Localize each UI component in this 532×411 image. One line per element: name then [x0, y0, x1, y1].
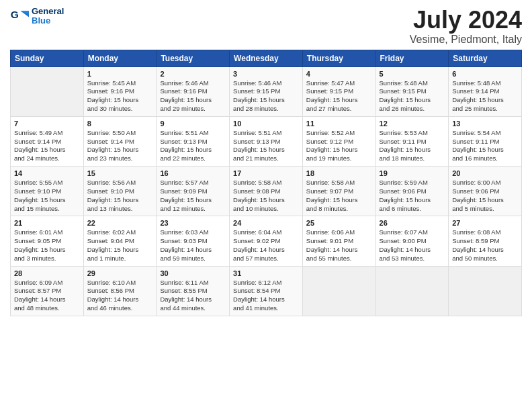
- weekday-header-sunday: Sunday: [11, 50, 84, 66]
- calendar-cell: 25Sunrise: 6:06 AM Sunset: 9:01 PM Dayli…: [302, 216, 375, 266]
- day-info: Sunrise: 5:45 AM Sunset: 9:16 PM Dayligh…: [87, 79, 153, 113]
- calendar-cell: [375, 266, 449, 316]
- header: G General Blue July 2024 Vesime, Piedmon…: [10, 7, 522, 46]
- calendar-cell: 23Sunrise: 6:03 AM Sunset: 9:03 PM Dayli…: [157, 216, 230, 266]
- calendar-week-1: 1Sunrise: 5:45 AM Sunset: 9:16 PM Daylig…: [11, 66, 522, 116]
- day-number: 12: [380, 120, 445, 128]
- day-info: Sunrise: 5:51 AM Sunset: 9:13 PM Dayligh…: [160, 129, 226, 163]
- day-info: Sunrise: 5:46 AM Sunset: 9:16 PM Dayligh…: [160, 79, 226, 113]
- day-info: Sunrise: 6:00 AM Sunset: 9:06 PM Dayligh…: [452, 179, 518, 213]
- day-number: 22: [87, 219, 153, 227]
- calendar-cell: [11, 66, 84, 116]
- calendar-cell: 26Sunrise: 6:07 AM Sunset: 9:00 PM Dayli…: [375, 216, 449, 266]
- calendar-cell: 28Sunrise: 6:09 AM Sunset: 8:57 PM Dayli…: [11, 266, 84, 316]
- weekday-header-tuesday: Tuesday: [157, 50, 230, 66]
- weekday-header-row: SundayMondayTuesdayWednesdayThursdayFrid…: [11, 50, 522, 66]
- logo-text: General Blue: [32, 7, 64, 26]
- day-number: 19: [380, 169, 445, 177]
- calendar-cell: 2Sunrise: 5:46 AM Sunset: 9:16 PM Daylig…: [157, 66, 230, 116]
- day-number: 30: [160, 269, 226, 277]
- day-info: Sunrise: 5:52 AM Sunset: 9:12 PM Dayligh…: [306, 129, 372, 163]
- day-number: 24: [233, 219, 299, 227]
- day-info: Sunrise: 6:01 AM Sunset: 9:05 PM Dayligh…: [14, 228, 80, 263]
- day-number: 21: [14, 219, 80, 227]
- calendar-cell: 6Sunrise: 5:48 AM Sunset: 9:14 PM Daylig…: [449, 66, 522, 116]
- day-number: 2: [160, 70, 226, 78]
- calendar-body: 1Sunrise: 5:45 AM Sunset: 9:16 PM Daylig…: [11, 66, 522, 316]
- calendar-cell: [302, 266, 375, 316]
- calendar-cell: 5Sunrise: 5:48 AM Sunset: 9:15 PM Daylig…: [375, 66, 449, 116]
- calendar-cell: 18Sunrise: 5:58 AM Sunset: 9:07 PM Dayli…: [302, 167, 375, 216]
- calendar-table: SundayMondayTuesdayWednesdayThursdayFrid…: [10, 50, 522, 316]
- day-info: Sunrise: 6:03 AM Sunset: 9:03 PM Dayligh…: [160, 228, 226, 263]
- calendar-cell: 3Sunrise: 5:46 AM Sunset: 9:15 PM Daylig…: [230, 66, 303, 116]
- calendar-cell: 14Sunrise: 5:55 AM Sunset: 9:10 PM Dayli…: [11, 167, 84, 216]
- day-number: 13: [452, 120, 518, 128]
- day-number: 25: [306, 219, 372, 227]
- calendar-cell: 9Sunrise: 5:51 AM Sunset: 9:13 PM Daylig…: [157, 116, 230, 166]
- day-number: 9: [160, 120, 226, 128]
- calendar-cell: 1Sunrise: 5:45 AM Sunset: 9:16 PM Daylig…: [83, 66, 157, 116]
- day-info: Sunrise: 5:50 AM Sunset: 9:14 PM Dayligh…: [87, 129, 153, 163]
- day-number: 5: [380, 70, 445, 78]
- day-number: 16: [160, 169, 226, 177]
- calendar-subtitle: Vesime, Piedmont, Italy: [410, 34, 522, 46]
- day-info: Sunrise: 5:57 AM Sunset: 9:09 PM Dayligh…: [160, 179, 226, 213]
- calendar-cell: 7Sunrise: 5:49 AM Sunset: 9:14 PM Daylig…: [11, 116, 84, 166]
- day-info: Sunrise: 5:47 AM Sunset: 9:15 PM Dayligh…: [306, 79, 372, 113]
- day-info: Sunrise: 6:02 AM Sunset: 9:04 PM Dayligh…: [87, 228, 153, 263]
- day-number: 28: [14, 269, 80, 277]
- calendar-cell: 27Sunrise: 6:08 AM Sunset: 8:59 PM Dayli…: [449, 216, 522, 266]
- calendar-week-4: 21Sunrise: 6:01 AM Sunset: 9:05 PM Dayli…: [11, 216, 522, 266]
- day-info: Sunrise: 6:12 AM Sunset: 8:54 PM Dayligh…: [233, 279, 299, 313]
- weekday-header-saturday: Saturday: [449, 50, 522, 66]
- calendar-title: July 2024: [410, 7, 522, 34]
- calendar-cell: 24Sunrise: 6:04 AM Sunset: 9:02 PM Dayli…: [230, 216, 303, 266]
- day-info: Sunrise: 6:06 AM Sunset: 9:01 PM Dayligh…: [306, 228, 372, 263]
- calendar-cell: 17Sunrise: 5:58 AM Sunset: 9:08 PM Dayli…: [230, 167, 303, 216]
- weekday-header-monday: Monday: [83, 50, 157, 66]
- day-info: Sunrise: 6:09 AM Sunset: 8:57 PM Dayligh…: [14, 279, 80, 313]
- calendar-cell: [449, 266, 522, 316]
- calendar-cell: 11Sunrise: 5:52 AM Sunset: 9:12 PM Dayli…: [302, 116, 375, 166]
- weekday-header-thursday: Thursday: [302, 50, 375, 66]
- calendar-week-2: 7Sunrise: 5:49 AM Sunset: 9:14 PM Daylig…: [11, 116, 522, 166]
- logo-icon: G: [10, 7, 29, 26]
- day-number: 17: [233, 169, 299, 177]
- day-info: Sunrise: 6:10 AM Sunset: 8:56 PM Dayligh…: [87, 279, 153, 313]
- day-info: Sunrise: 5:56 AM Sunset: 9:10 PM Dayligh…: [87, 179, 153, 213]
- calendar-cell: 29Sunrise: 6:10 AM Sunset: 8:56 PM Dayli…: [83, 266, 157, 316]
- day-info: Sunrise: 5:51 AM Sunset: 9:13 PM Dayligh…: [233, 129, 299, 163]
- day-number: 31: [233, 269, 299, 277]
- calendar-cell: 4Sunrise: 5:47 AM Sunset: 9:15 PM Daylig…: [302, 66, 375, 116]
- day-info: Sunrise: 5:59 AM Sunset: 9:06 PM Dayligh…: [380, 179, 445, 213]
- day-info: Sunrise: 5:58 AM Sunset: 9:07 PM Dayligh…: [306, 179, 372, 213]
- day-info: Sunrise: 5:49 AM Sunset: 9:14 PM Dayligh…: [14, 129, 80, 163]
- day-info: Sunrise: 5:46 AM Sunset: 9:15 PM Dayligh…: [233, 79, 299, 113]
- calendar-header: SundayMondayTuesdayWednesdayThursdayFrid…: [11, 50, 522, 66]
- day-info: Sunrise: 6:11 AM Sunset: 8:55 PM Dayligh…: [160, 279, 226, 313]
- calendar-cell: 8Sunrise: 5:50 AM Sunset: 9:14 PM Daylig…: [83, 116, 157, 166]
- calendar-week-5: 28Sunrise: 6:09 AM Sunset: 8:57 PM Dayli…: [11, 266, 522, 316]
- day-number: 1: [87, 70, 153, 78]
- day-info: Sunrise: 6:04 AM Sunset: 9:02 PM Dayligh…: [233, 228, 299, 263]
- day-number: 10: [233, 120, 299, 128]
- day-number: 8: [87, 120, 153, 128]
- calendar-cell: 12Sunrise: 5:53 AM Sunset: 9:11 PM Dayli…: [375, 116, 449, 166]
- calendar-cell: 21Sunrise: 6:01 AM Sunset: 9:05 PM Dayli…: [11, 216, 84, 266]
- day-info: Sunrise: 5:48 AM Sunset: 9:15 PM Dayligh…: [380, 79, 445, 113]
- day-info: Sunrise: 5:55 AM Sunset: 9:10 PM Dayligh…: [14, 179, 80, 213]
- day-info: Sunrise: 6:08 AM Sunset: 8:59 PM Dayligh…: [452, 228, 518, 263]
- day-info: Sunrise: 5:58 AM Sunset: 9:08 PM Dayligh…: [233, 179, 299, 213]
- calendar-week-3: 14Sunrise: 5:55 AM Sunset: 9:10 PM Dayli…: [11, 167, 522, 216]
- logo: G General Blue: [10, 7, 64, 26]
- day-number: 20: [452, 169, 518, 177]
- day-number: 6: [452, 70, 518, 78]
- weekday-header-friday: Friday: [375, 50, 449, 66]
- day-number: 29: [87, 269, 153, 277]
- calendar-cell: 13Sunrise: 5:54 AM Sunset: 9:11 PM Dayli…: [449, 116, 522, 166]
- logo-line2: Blue: [32, 16, 64, 26]
- day-number: 4: [306, 70, 372, 78]
- day-number: 7: [14, 120, 80, 128]
- page: G General Blue July 2024 Vesime, Piedmon…: [0, 0, 532, 411]
